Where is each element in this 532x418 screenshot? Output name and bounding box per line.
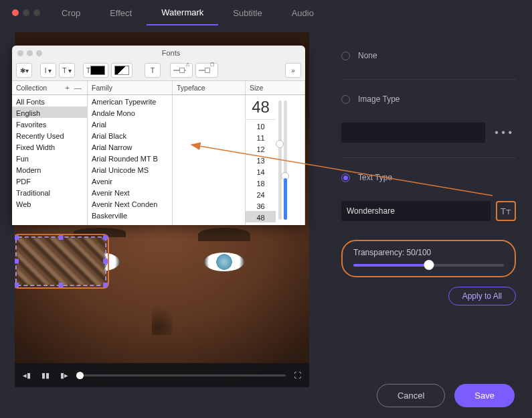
- size-header: Size: [246, 81, 305, 94]
- image-path-input[interactable]: [341, 123, 485, 143]
- black-swatch-icon: [90, 66, 105, 75]
- list-item[interactable]: Arial Unicode MS: [88, 163, 172, 175]
- list-item[interactable]: Favorites: [12, 118, 87, 129]
- radio-image-type[interactable]: Image Type: [341, 94, 516, 104]
- collection-list[interactable]: All FontsEnglishFavoritesRecently UsedFi…: [12, 95, 88, 225]
- list-item[interactable]: Modern: [12, 163, 87, 175]
- fonts-toolbar: ✱▾ I ▾ T ▾ T T △ ▢ »: [12, 60, 305, 81]
- close-window-icon[interactable]: [12, 9, 19, 16]
- cancel-button[interactable]: Cancel: [377, 384, 445, 407]
- tab-effect[interactable]: Effect: [95, 1, 147, 25]
- add-remove-collection-icon[interactable]: + —: [66, 84, 83, 92]
- top-tabs: Crop Effect Watermark Subtitle Audio: [0, 0, 532, 25]
- collection-header: Collection: [16, 84, 47, 92]
- transparency-group: Transparency: 50/100: [341, 240, 516, 277]
- list-item[interactable]: Arial Black: [88, 129, 172, 141]
- watermark-selection-box[interactable]: [15, 236, 106, 286]
- tab-watermark[interactable]: Watermark: [147, 1, 218, 25]
- fonts-panel-title: Fonts: [42, 49, 300, 57]
- fonts-panel: Fonts ✱▾ I ▾ T ▾ T T △ ▢ » Collection+ —: [12, 46, 305, 225]
- list-item[interactable]: 12: [246, 143, 276, 154]
- list-item[interactable]: Andale Mono: [88, 107, 172, 118]
- radio-icon: [341, 173, 350, 182]
- image-type-label: Image Type: [358, 94, 400, 104]
- radio-text-type[interactable]: Text Type: [341, 173, 516, 182]
- list-item[interactable]: Arial: [88, 118, 172, 129]
- slider-thumb-icon: [424, 260, 434, 270]
- tab-audio[interactable]: Audio: [277, 1, 329, 25]
- list-item[interactable]: Avenir Next: [88, 186, 172, 198]
- save-button[interactable]: Save: [454, 384, 515, 407]
- size-sliders[interactable]: [276, 95, 304, 225]
- tab-subtitle[interactable]: Subtitle: [218, 1, 276, 25]
- list-item[interactable]: 14: [246, 165, 276, 177]
- list-item[interactable]: Arial Rounded MT B: [88, 152, 172, 163]
- list-item[interactable]: 18: [246, 177, 276, 188]
- list-item[interactable]: Arial Narrow: [88, 141, 172, 152]
- list-item[interactable]: PDF: [12, 175, 87, 186]
- radio-none[interactable]: None: [341, 51, 516, 60]
- apply-to-all-button[interactable]: Apply to All: [448, 287, 516, 305]
- family-header: Family: [88, 81, 173, 94]
- pause-button[interactable]: ▮▮: [39, 370, 52, 381]
- fonts-panel-traffic-lights: [17, 50, 42, 56]
- list-item[interactable]: Baskerville: [88, 209, 172, 220]
- minimize-window-icon[interactable]: [23, 9, 29, 16]
- list-item[interactable]: English: [12, 107, 87, 118]
- list-item[interactable]: 36: [246, 200, 276, 211]
- transparency-label: Transparency: 50/100: [353, 248, 504, 257]
- list-item[interactable]: 11: [246, 131, 276, 143]
- playback-progress[interactable]: [76, 374, 286, 376]
- none-label: None: [358, 51, 377, 60]
- underline-dropdown[interactable]: I ▾: [40, 63, 56, 78]
- list-item[interactable]: Avenir: [88, 175, 172, 186]
- typeface-header: Typeface: [173, 81, 246, 94]
- size-column: 48 101112131418243648: [246, 95, 305, 225]
- radio-icon: [341, 95, 350, 104]
- font-picker-button[interactable]: Tᴛ: [496, 201, 516, 221]
- list-item[interactable]: 10: [246, 120, 276, 131]
- list-item[interactable]: Traditional: [12, 186, 87, 198]
- background-color-button[interactable]: [111, 63, 132, 78]
- gear-icon[interactable]: ✱▾: [16, 63, 32, 78]
- list-item[interactable]: 24: [246, 188, 276, 200]
- radio-icon: [341, 52, 350, 60]
- text-type-label: Text Type: [358, 173, 392, 182]
- list-item[interactable]: Web: [12, 198, 87, 209]
- text-color-button[interactable]: T: [83, 63, 108, 78]
- strikethrough-dropdown[interactable]: T ▾: [59, 63, 75, 78]
- list-item[interactable]: American Typewrite: [88, 95, 172, 107]
- list-item[interactable]: Fun: [12, 152, 87, 163]
- list-item[interactable]: Avenir Next Conden: [88, 198, 172, 209]
- window-traffic-lights: [5, 9, 47, 16]
- footer-buttons: Cancel Save: [377, 384, 515, 407]
- typeface-list[interactable]: [173, 95, 246, 225]
- fonts-headers: Collection+ — Family Typeface Size: [12, 81, 305, 95]
- list-item[interactable]: 13: [246, 154, 276, 165]
- prev-frame-button[interactable]: ◂▮: [20, 370, 33, 381]
- list-item[interactable]: Fixed Width: [12, 141, 87, 152]
- tab-crop[interactable]: Crop: [47, 1, 95, 25]
- list-item[interactable]: All Fonts: [12, 95, 87, 107]
- typography-button[interactable]: T: [145, 63, 161, 78]
- transparency-slider[interactable]: [353, 264, 504, 267]
- watermark-text-input[interactable]: [341, 201, 491, 221]
- kerning-slider-icon[interactable]: △: [170, 63, 193, 78]
- browse-image-button[interactable]: • • •: [491, 127, 516, 139]
- tracking-slider-icon[interactable]: ▢: [195, 63, 218, 78]
- settings-panel: None Image Type • • • Text Type Tᴛ Trans…: [321, 25, 532, 418]
- size-list[interactable]: 101112131418243648: [246, 120, 276, 222]
- player-controls: ◂▮ ▮▮ ▮▸ ⛶: [15, 363, 309, 387]
- more-icon[interactable]: »: [285, 63, 301, 78]
- zoom-window-icon[interactable]: [33, 9, 40, 16]
- fullscreen-button[interactable]: ⛶: [291, 370, 304, 380]
- current-size: 48: [246, 95, 276, 120]
- split-swatch-icon: [114, 66, 129, 75]
- next-frame-button[interactable]: ▮▸: [58, 370, 71, 381]
- list-item[interactable]: Recently Used: [12, 129, 87, 141]
- family-list[interactable]: American TypewriteAndale MonoArialArial …: [88, 95, 173, 225]
- list-item[interactable]: 48: [246, 211, 276, 222]
